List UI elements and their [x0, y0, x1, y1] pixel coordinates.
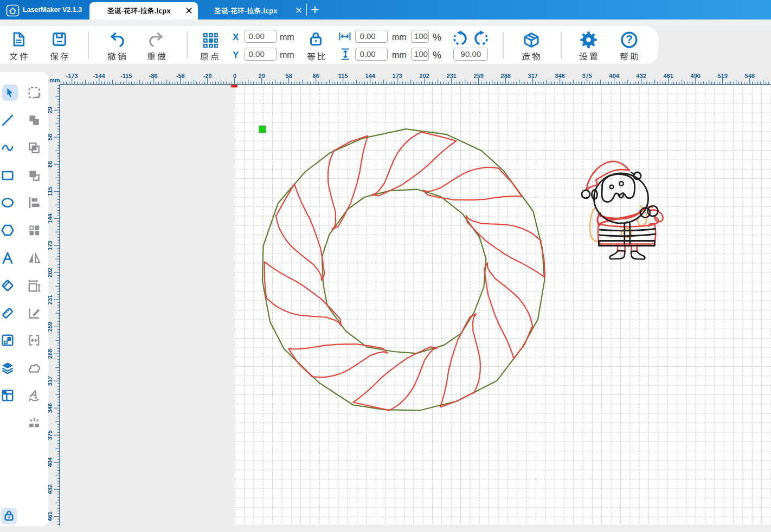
svg-text:173: 173 [393, 73, 402, 79]
svg-text:461: 461 [664, 73, 673, 79]
svg-text:-144: -144 [93, 73, 106, 79]
svg-text:-86: -86 [149, 73, 158, 79]
svg-text:548: 548 [745, 73, 755, 79]
svg-text:259: 259 [474, 73, 484, 79]
svg-text:346: 346 [555, 73, 565, 79]
svg-text:-173: -173 [66, 73, 78, 79]
svg-text:-115: -115 [120, 73, 132, 79]
svg-text:mm: mm [49, 77, 60, 83]
svg-text:375: 375 [582, 73, 592, 79]
svg-text:29: 29 [259, 73, 265, 79]
svg-text:404: 404 [609, 73, 620, 79]
svg-text:115: 115 [338, 73, 348, 79]
svg-text:0: 0 [233, 73, 236, 79]
svg-text:202: 202 [420, 73, 429, 79]
svg-text:490: 490 [691, 73, 701, 79]
svg-text:-29: -29 [203, 73, 212, 79]
svg-text:?: ? [626, 33, 633, 46]
svg-text:86: 86 [313, 73, 319, 79]
svg-text:144: 144 [365, 73, 376, 79]
svg-text:317: 317 [528, 73, 538, 79]
svg-text:-58: -58 [176, 73, 185, 79]
svg-text:288: 288 [501, 73, 511, 79]
svg-text:58: 58 [286, 73, 292, 79]
svg-text:231: 231 [447, 73, 457, 79]
svg-text:519: 519 [718, 73, 728, 79]
svg-text:432: 432 [637, 73, 646, 79]
